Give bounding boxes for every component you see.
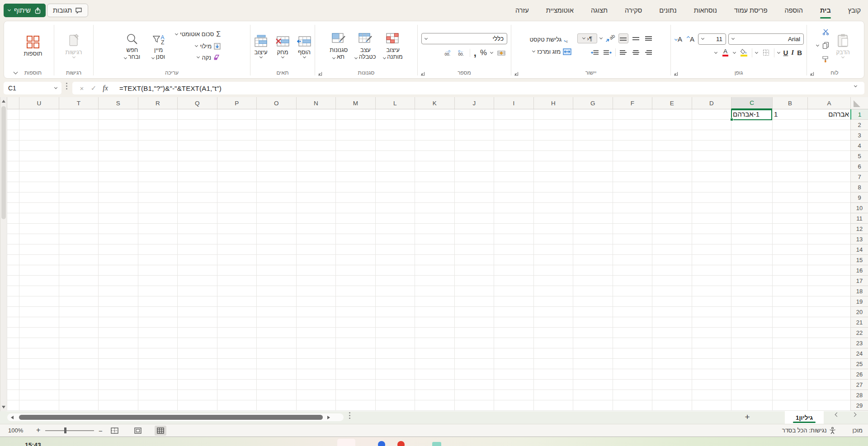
cell-N5[interactable]	[296, 151, 336, 161]
cell-R13[interactable]	[138, 234, 178, 244]
cell-U5[interactable]	[19, 151, 59, 161]
grow-font-button[interactable]: A	[686, 34, 696, 44]
cell-J22[interactable]	[454, 328, 494, 338]
name-box[interactable]: C1	[4, 82, 61, 94]
cell-Q24[interactable]	[177, 348, 217, 359]
cell-I1[interactable]	[494, 109, 533, 120]
cell-R27[interactable]	[138, 380, 178, 390]
cell-L26[interactable]	[375, 369, 415, 380]
cell-B11[interactable]	[772, 213, 807, 224]
cell-E23[interactable]	[652, 338, 692, 348]
cell-partial21[interactable]	[7, 317, 19, 328]
cell-G16[interactable]	[573, 265, 613, 276]
cell-A4[interactable]	[807, 141, 850, 151]
cell-L21[interactable]	[375, 317, 415, 328]
cell-F27[interactable]	[613, 380, 652, 390]
cell-F25[interactable]	[613, 359, 652, 369]
cell-U27[interactable]	[19, 380, 59, 390]
cell-R18[interactable]	[138, 286, 178, 296]
cell-partial7[interactable]	[7, 172, 19, 182]
cell-Q15[interactable]	[177, 255, 217, 265]
cell-S19[interactable]	[98, 296, 138, 307]
cell-U3[interactable]	[19, 130, 59, 141]
paste-button[interactable]: הדבק	[833, 31, 852, 60]
cell-D23[interactable]	[692, 338, 731, 348]
cell-M2[interactable]	[335, 120, 375, 130]
cell-O8[interactable]	[256, 182, 296, 192]
cell-A25[interactable]	[807, 359, 850, 369]
cell-D14[interactable]	[692, 244, 731, 255]
cell-I4[interactable]	[494, 141, 533, 151]
cell-I19[interactable]	[494, 296, 533, 307]
cell-F4[interactable]	[613, 141, 652, 151]
column-header-G[interactable]: G	[573, 97, 613, 109]
cell-B20[interactable]	[772, 307, 807, 317]
cell-E15[interactable]	[652, 255, 692, 265]
cell-Q12[interactable]	[177, 224, 217, 234]
cell-S18[interactable]	[98, 286, 138, 296]
cell-R10[interactable]	[138, 203, 178, 213]
cell-N13[interactable]	[296, 234, 336, 244]
cell-E12[interactable]	[652, 224, 692, 234]
row-header-23[interactable]: 23	[850, 338, 868, 348]
cell-H18[interactable]	[533, 286, 573, 296]
cell-E5[interactable]	[652, 151, 692, 161]
cell-partial3[interactable]	[7, 130, 19, 141]
cell-E25[interactable]	[652, 359, 692, 369]
cell-S5[interactable]	[98, 151, 138, 161]
cell-N18[interactable]	[296, 286, 336, 296]
cell-Q25[interactable]	[177, 359, 217, 369]
cell-C10[interactable]	[731, 203, 772, 213]
cell-R7[interactable]	[138, 172, 178, 182]
menu-tab-פריסת עמוד[interactable]: פריסת עמוד	[733, 5, 769, 16]
cell-B23[interactable]	[772, 338, 807, 348]
cell-J9[interactable]	[454, 192, 494, 203]
cell-F2[interactable]	[613, 120, 652, 130]
cell-Q29[interactable]	[177, 400, 217, 411]
cell-G4[interactable]	[573, 141, 613, 151]
cell-O2[interactable]	[256, 120, 296, 130]
cell-H16[interactable]	[533, 265, 573, 276]
cell-B9[interactable]	[772, 192, 807, 203]
prev-sheet-icon[interactable]	[835, 413, 840, 417]
cell-E21[interactable]	[652, 317, 692, 328]
cell-A29[interactable]	[807, 400, 850, 411]
cell-M28[interactable]	[335, 390, 375, 400]
cell-H20[interactable]	[533, 307, 573, 317]
cell-G15[interactable]	[573, 255, 613, 265]
cell-S14[interactable]	[98, 244, 138, 255]
cell-partial24[interactable]	[7, 348, 19, 359]
cell-P24[interactable]	[217, 348, 257, 359]
cell-R14[interactable]	[138, 244, 178, 255]
cell-N26[interactable]	[296, 369, 336, 380]
cell-L24[interactable]	[375, 348, 415, 359]
row-header-11[interactable]: 11	[850, 213, 868, 224]
cell-Q23[interactable]	[177, 338, 217, 348]
cell-B29[interactable]	[772, 400, 807, 411]
cell-K6[interactable]	[415, 161, 454, 172]
cell-M24[interactable]	[335, 348, 375, 359]
cell-partial11[interactable]	[7, 213, 19, 224]
cell-C9[interactable]	[731, 192, 772, 203]
cell-N24[interactable]	[296, 348, 336, 359]
cell-C6[interactable]	[731, 161, 772, 172]
cell-S2[interactable]	[98, 120, 138, 130]
row-header-12[interactable]: 12	[850, 224, 868, 234]
find-select-button[interactable]: חפש ובחר	[122, 29, 143, 62]
cell-H5[interactable]	[533, 151, 573, 161]
cell-R21[interactable]	[138, 317, 178, 328]
cell-K8[interactable]	[415, 182, 454, 192]
cell-R15[interactable]	[138, 255, 178, 265]
number-dialog-launcher[interactable]	[420, 71, 425, 76]
cell-I8[interactable]	[494, 182, 533, 192]
cell-M4[interactable]	[335, 141, 375, 151]
cell-D16[interactable]	[692, 265, 731, 276]
cell-E19[interactable]	[652, 296, 692, 307]
cell-I9[interactable]	[494, 192, 533, 203]
cell-L6[interactable]	[375, 161, 415, 172]
cell-J16[interactable]	[454, 265, 494, 276]
cell-partial13[interactable]	[7, 234, 19, 244]
cell-O23[interactable]	[256, 338, 296, 348]
cell-L17[interactable]	[375, 276, 415, 286]
format-as-table-button[interactable]: עצב כטבלה	[352, 29, 378, 62]
